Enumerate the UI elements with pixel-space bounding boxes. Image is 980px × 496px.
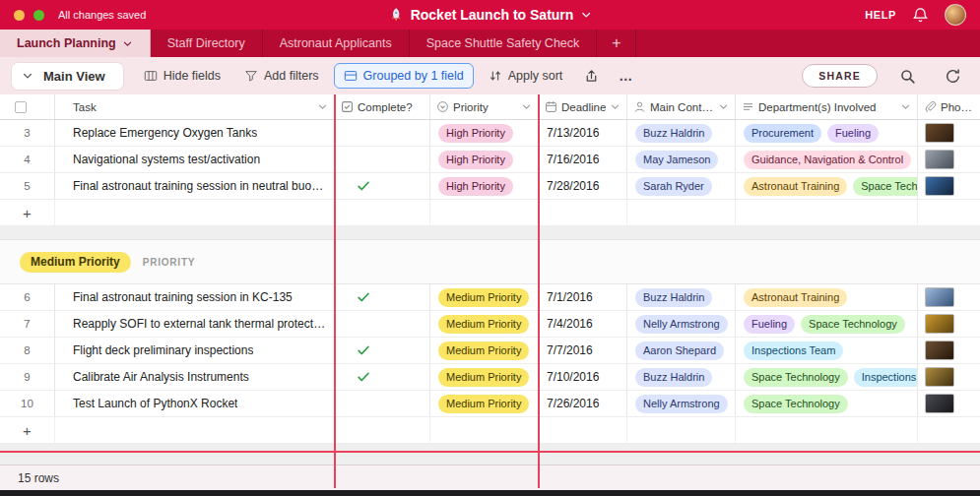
priority-cell[interactable]: Medium Priority bbox=[430, 311, 539, 337]
column-header-photo-s[interactable]: Photo(s) bbox=[918, 94, 980, 119]
departments-cell[interactable]: ProcurementFueling bbox=[736, 120, 918, 146]
departments-cell[interactable]: Astronaut Training bbox=[736, 284, 918, 310]
add-row[interactable]: + bbox=[0, 417, 980, 444]
column-menu-caret-icon[interactable] bbox=[607, 101, 621, 112]
deadline-cell[interactable]: 7/26/2016 bbox=[539, 391, 627, 416]
departments-cell[interactable]: Inspections Team bbox=[736, 338, 918, 363]
contact-cell[interactable]: Buzz Haldrin bbox=[627, 364, 736, 390]
contact-cell[interactable]: Sarah Ryder bbox=[627, 173, 736, 199]
priority-cell[interactable]: High Priority bbox=[430, 120, 539, 146]
photos-cell[interactable] bbox=[918, 338, 980, 363]
checkmark-icon[interactable] bbox=[357, 370, 370, 384]
hide-fields-button[interactable]: Hide fields bbox=[135, 64, 229, 88]
photos-cell[interactable] bbox=[918, 311, 980, 337]
base-title[interactable]: Rocket Launch to Saturn bbox=[388, 0, 593, 30]
photos-cell[interactable] bbox=[918, 147, 980, 172]
priority-cell[interactable]: High Priority bbox=[430, 147, 539, 172]
user-avatar[interactable] bbox=[945, 4, 966, 26]
priority-cell[interactable]: Medium Priority bbox=[430, 338, 539, 363]
complete-cell[interactable] bbox=[335, 311, 430, 337]
tab-launch-planning[interactable]: Launch Planning bbox=[0, 30, 151, 57]
tab-staff-directory[interactable]: Staff Directory bbox=[151, 30, 263, 57]
base-menu-caret-icon[interactable] bbox=[580, 9, 592, 21]
priority-cell[interactable]: High Priority bbox=[430, 173, 539, 199]
history-button[interactable] bbox=[938, 64, 968, 89]
checkmark-icon[interactable] bbox=[357, 179, 370, 193]
checkmark-icon[interactable] bbox=[357, 343, 370, 357]
task-cell[interactable]: Replace Emergency Oxygen Tanks bbox=[55, 120, 335, 146]
add-row-button[interactable]: + bbox=[0, 417, 55, 443]
view-switcher[interactable]: Main View bbox=[12, 63, 123, 90]
column-header-task[interactable]: Task bbox=[55, 94, 335, 119]
departments-cell[interactable]: Astronaut TrainingSpace Technology bbox=[736, 173, 918, 199]
share-button[interactable]: SHARE bbox=[802, 64, 878, 88]
contact-cell[interactable]: May Jameson bbox=[627, 147, 736, 172]
column-menu-caret-icon[interactable] bbox=[518, 101, 532, 112]
complete-cell[interactable] bbox=[335, 364, 430, 390]
notifications-bell-icon[interactable] bbox=[912, 7, 929, 24]
priority-cell[interactable]: Medium Priority bbox=[430, 364, 539, 390]
complete-cell[interactable] bbox=[335, 338, 430, 363]
column-menu-caret-icon[interactable] bbox=[314, 101, 328, 112]
add-filters-button[interactable]: Add filters bbox=[235, 64, 328, 88]
complete-cell[interactable] bbox=[335, 147, 430, 172]
row-number[interactable]: 10 bbox=[0, 391, 55, 416]
deadline-cell[interactable]: 7/13/2016 bbox=[539, 120, 627, 146]
more-options-button[interactable]: … bbox=[612, 64, 640, 88]
contact-cell[interactable]: Aaron Shepard bbox=[627, 338, 736, 363]
row-number[interactable]: 6 bbox=[0, 284, 55, 310]
apply-sort-button[interactable]: Apply sort bbox=[480, 64, 572, 88]
tab-astronaut-applicants[interactable]: Astronaut Applicants bbox=[263, 30, 410, 57]
group-header[interactable]: Medium PriorityPRIORITY bbox=[0, 239, 980, 284]
minimize-button[interactable] bbox=[14, 10, 25, 21]
task-cell[interactable]: Final astronaut training session in KC-1… bbox=[55, 284, 335, 310]
photos-cell[interactable] bbox=[918, 284, 980, 310]
add-row[interactable]: + bbox=[0, 200, 980, 226]
add-table-button[interactable]: + bbox=[597, 30, 636, 57]
task-cell[interactable]: Test Launch of PythonX Rocket bbox=[55, 391, 335, 416]
departments-cell[interactable]: FuelingSpace Technology bbox=[736, 311, 918, 337]
add-row-button[interactable]: + bbox=[0, 200, 55, 225]
column-header-main-contact[interactable]: Main Contact bbox=[627, 94, 736, 119]
column-header-priority[interactable]: Priority bbox=[430, 94, 539, 119]
help-button[interactable]: HELP bbox=[865, 9, 896, 21]
row-number[interactable]: 5 bbox=[0, 173, 55, 199]
grouped-by-1-field-button[interactable]: Grouped by 1 field bbox=[334, 63, 474, 89]
deadline-cell[interactable]: 7/4/2016 bbox=[539, 311, 627, 337]
deadline-cell[interactable]: 7/10/2016 bbox=[539, 364, 627, 390]
row-number[interactable]: 8 bbox=[0, 338, 55, 363]
search-button[interactable] bbox=[892, 64, 923, 89]
contact-cell[interactable]: Nelly Armstrong bbox=[627, 391, 736, 416]
contact-cell[interactable]: Buzz Haldrin bbox=[627, 284, 736, 310]
complete-cell[interactable] bbox=[335, 173, 430, 199]
row-number[interactable]: 4 bbox=[0, 147, 55, 172]
complete-cell[interactable] bbox=[335, 120, 430, 146]
deadline-cell[interactable]: 7/1/2016 bbox=[539, 284, 627, 310]
deadline-cell[interactable]: 7/16/2016 bbox=[539, 147, 627, 172]
tab-menu-caret-icon[interactable] bbox=[122, 38, 133, 49]
checkmark-icon[interactable] bbox=[357, 290, 370, 304]
select-all-checkbox[interactable] bbox=[15, 101, 27, 113]
departments-cell[interactable]: Space Technology bbox=[736, 391, 918, 416]
row-number[interactable]: 7 bbox=[0, 311, 55, 337]
contact-cell[interactable]: Nelly Armstrong bbox=[627, 311, 736, 337]
task-cell[interactable]: Reapply SOFI to external tank thermal pr… bbox=[55, 311, 335, 337]
zoom-button[interactable] bbox=[33, 10, 44, 21]
task-cell[interactable]: Calibrate Air Analysis Instruments bbox=[55, 364, 335, 390]
departments-cell[interactable]: Guidance, Navigation & Control bbox=[736, 147, 918, 172]
row-number[interactable]: 3 bbox=[0, 120, 55, 146]
departments-cell[interactable]: Space TechnologyInspections bbox=[736, 364, 918, 390]
priority-cell[interactable]: Medium Priority bbox=[430, 391, 539, 416]
column-header-deadline[interactable]: Deadline bbox=[539, 94, 627, 119]
column-menu-caret-icon[interactable] bbox=[897, 101, 911, 112]
deadline-cell[interactable]: 7/28/2016 bbox=[539, 173, 627, 199]
task-cell[interactable]: Navigational systems test/activation bbox=[55, 147, 335, 172]
photos-cell[interactable] bbox=[918, 391, 980, 416]
priority-cell[interactable]: Medium Priority bbox=[430, 284, 539, 310]
task-cell[interactable]: Flight deck preliminary inspections bbox=[55, 338, 335, 363]
deadline-cell[interactable]: 7/7/2016 bbox=[539, 338, 627, 363]
contact-cell[interactable]: Buzz Haldrin bbox=[627, 120, 736, 146]
share-view-button[interactable] bbox=[577, 65, 606, 88]
row-number[interactable]: 9 bbox=[0, 364, 55, 390]
photos-cell[interactable] bbox=[918, 173, 980, 199]
